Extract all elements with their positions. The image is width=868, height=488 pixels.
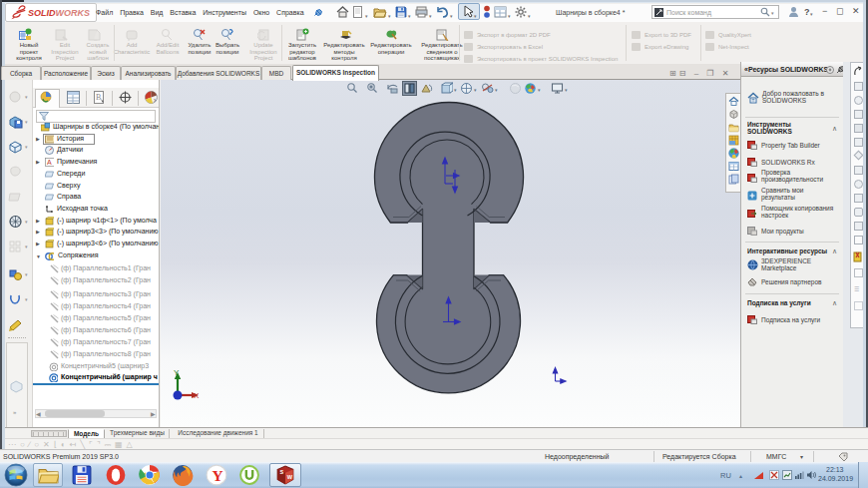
svg-text:A: A — [47, 159, 52, 166]
svg-text:B: B — [96, 93, 101, 102]
svg-text:S: S — [279, 469, 283, 475]
svg-text:W: W — [287, 474, 293, 480]
svg-text:Y: Y — [213, 467, 223, 484]
svg-text:X: X — [194, 391, 200, 400]
svg-text:Y: Y — [174, 368, 180, 377]
